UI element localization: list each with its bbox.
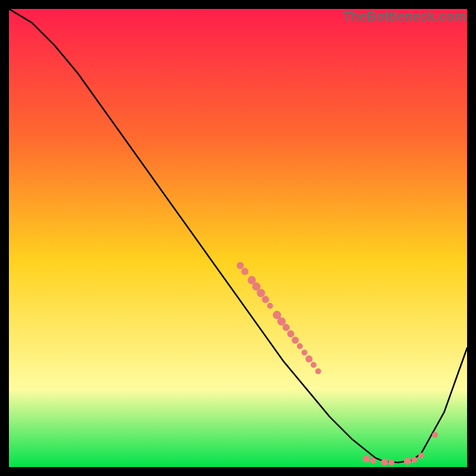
data-marker [242, 268, 249, 275]
data-marker [292, 337, 299, 344]
data-marker [237, 262, 244, 269]
data-marker [418, 453, 424, 459]
chart-frame: TheBottleneck.com [9, 9, 467, 467]
data-marker [389, 459, 394, 465]
gradient-background [9, 9, 467, 467]
data-marker [315, 368, 321, 374]
watermark-text: TheBottleneck.com [343, 9, 466, 24]
data-marker [370, 458, 376, 464]
data-marker [432, 432, 438, 438]
data-marker [305, 355, 312, 362]
data-marker [311, 362, 317, 368]
data-marker [283, 324, 290, 331]
bottleneck-chart [9, 9, 467, 467]
data-marker [411, 457, 417, 463]
data-marker [257, 289, 265, 297]
data-marker [287, 330, 295, 337]
data-marker [381, 459, 388, 466]
data-marker [262, 296, 269, 303]
data-marker [404, 458, 411, 465]
data-marker [297, 343, 303, 349]
data-marker [267, 303, 273, 309]
data-marker [363, 455, 370, 462]
data-marker [302, 350, 308, 356]
